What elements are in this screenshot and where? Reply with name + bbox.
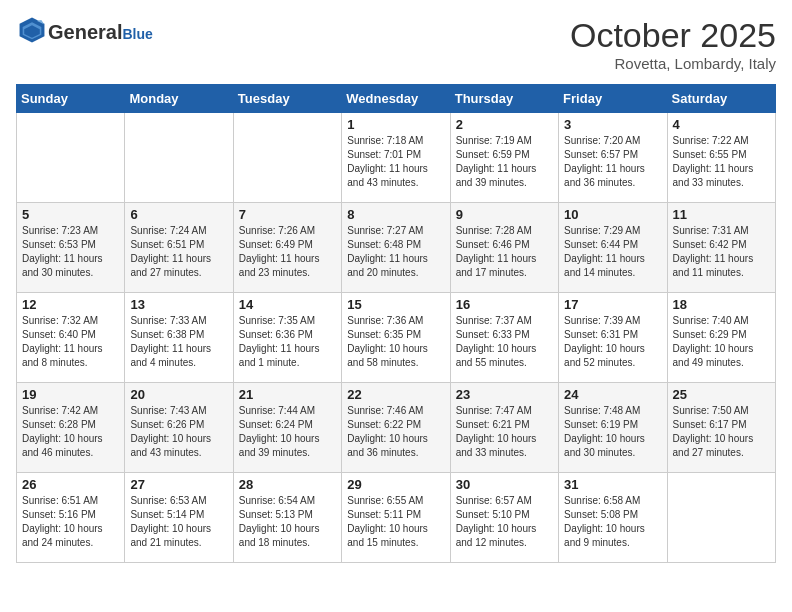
weekday-header-friday: Friday	[559, 85, 667, 113]
week-row-4: 26Sunrise: 6:51 AM Sunset: 5:16 PM Dayli…	[17, 473, 776, 563]
calendar-cell: 10Sunrise: 7:29 AM Sunset: 6:44 PM Dayli…	[559, 203, 667, 293]
calendar-cell: 2Sunrise: 7:19 AM Sunset: 6:59 PM Daylig…	[450, 113, 558, 203]
day-number: 8	[347, 207, 444, 222]
calendar-cell: 17Sunrise: 7:39 AM Sunset: 6:31 PM Dayli…	[559, 293, 667, 383]
day-number: 25	[673, 387, 770, 402]
calendar-cell: 28Sunrise: 6:54 AM Sunset: 5:13 PM Dayli…	[233, 473, 341, 563]
calendar-cell: 23Sunrise: 7:47 AM Sunset: 6:21 PM Dayli…	[450, 383, 558, 473]
calendar-cell: 31Sunrise: 6:58 AM Sunset: 5:08 PM Dayli…	[559, 473, 667, 563]
day-info: Sunrise: 7:39 AM Sunset: 6:31 PM Dayligh…	[564, 314, 661, 370]
day-number: 14	[239, 297, 336, 312]
calendar-cell: 5Sunrise: 7:23 AM Sunset: 6:53 PM Daylig…	[17, 203, 125, 293]
weekday-header-wednesday: Wednesday	[342, 85, 450, 113]
day-info: Sunrise: 7:19 AM Sunset: 6:59 PM Dayligh…	[456, 134, 553, 190]
day-number: 29	[347, 477, 444, 492]
day-info: Sunrise: 7:20 AM Sunset: 6:57 PM Dayligh…	[564, 134, 661, 190]
calendar-cell: 4Sunrise: 7:22 AM Sunset: 6:55 PM Daylig…	[667, 113, 775, 203]
day-info: Sunrise: 7:23 AM Sunset: 6:53 PM Dayligh…	[22, 224, 119, 280]
day-info: Sunrise: 7:43 AM Sunset: 6:26 PM Dayligh…	[130, 404, 227, 460]
calendar-cell: 15Sunrise: 7:36 AM Sunset: 6:35 PM Dayli…	[342, 293, 450, 383]
page-header: GeneralBlue October 2025 Rovetta, Lombar…	[16, 16, 776, 72]
day-number: 6	[130, 207, 227, 222]
day-info: Sunrise: 7:48 AM Sunset: 6:19 PM Dayligh…	[564, 404, 661, 460]
weekday-header-row: SundayMondayTuesdayWednesdayThursdayFrid…	[17, 85, 776, 113]
day-number: 23	[456, 387, 553, 402]
title-block: October 2025 Rovetta, Lombardy, Italy	[570, 16, 776, 72]
day-info: Sunrise: 7:35 AM Sunset: 6:36 PM Dayligh…	[239, 314, 336, 370]
location: Rovetta, Lombardy, Italy	[570, 55, 776, 72]
day-number: 5	[22, 207, 119, 222]
day-number: 30	[456, 477, 553, 492]
weekday-header-thursday: Thursday	[450, 85, 558, 113]
day-info: Sunrise: 7:50 AM Sunset: 6:17 PM Dayligh…	[673, 404, 770, 460]
day-info: Sunrise: 6:57 AM Sunset: 5:10 PM Dayligh…	[456, 494, 553, 550]
day-info: Sunrise: 7:47 AM Sunset: 6:21 PM Dayligh…	[456, 404, 553, 460]
day-info: Sunrise: 7:37 AM Sunset: 6:33 PM Dayligh…	[456, 314, 553, 370]
calendar-cell: 30Sunrise: 6:57 AM Sunset: 5:10 PM Dayli…	[450, 473, 558, 563]
day-number: 21	[239, 387, 336, 402]
day-info: Sunrise: 7:46 AM Sunset: 6:22 PM Dayligh…	[347, 404, 444, 460]
calendar-cell: 19Sunrise: 7:42 AM Sunset: 6:28 PM Dayli…	[17, 383, 125, 473]
calendar-cell: 25Sunrise: 7:50 AM Sunset: 6:17 PM Dayli…	[667, 383, 775, 473]
calendar-cell: 8Sunrise: 7:27 AM Sunset: 6:48 PM Daylig…	[342, 203, 450, 293]
day-number: 4	[673, 117, 770, 132]
day-info: Sunrise: 7:32 AM Sunset: 6:40 PM Dayligh…	[22, 314, 119, 370]
logo-icon	[18, 16, 46, 44]
week-row-1: 5Sunrise: 7:23 AM Sunset: 6:53 PM Daylig…	[17, 203, 776, 293]
day-info: Sunrise: 7:24 AM Sunset: 6:51 PM Dayligh…	[130, 224, 227, 280]
calendar-cell: 16Sunrise: 7:37 AM Sunset: 6:33 PM Dayli…	[450, 293, 558, 383]
calendar-cell: 13Sunrise: 7:33 AM Sunset: 6:38 PM Dayli…	[125, 293, 233, 383]
calendar-cell: 6Sunrise: 7:24 AM Sunset: 6:51 PM Daylig…	[125, 203, 233, 293]
day-info: Sunrise: 7:29 AM Sunset: 6:44 PM Dayligh…	[564, 224, 661, 280]
day-info: Sunrise: 6:58 AM Sunset: 5:08 PM Dayligh…	[564, 494, 661, 550]
calendar-table: SundayMondayTuesdayWednesdayThursdayFrid…	[16, 84, 776, 563]
day-info: Sunrise: 7:18 AM Sunset: 7:01 PM Dayligh…	[347, 134, 444, 190]
day-info: Sunrise: 7:28 AM Sunset: 6:46 PM Dayligh…	[456, 224, 553, 280]
day-info: Sunrise: 7:31 AM Sunset: 6:42 PM Dayligh…	[673, 224, 770, 280]
calendar-cell: 26Sunrise: 6:51 AM Sunset: 5:16 PM Dayli…	[17, 473, 125, 563]
calendar-cell: 27Sunrise: 6:53 AM Sunset: 5:14 PM Dayli…	[125, 473, 233, 563]
day-number: 1	[347, 117, 444, 132]
day-number: 10	[564, 207, 661, 222]
day-number: 11	[673, 207, 770, 222]
calendar-cell: 22Sunrise: 7:46 AM Sunset: 6:22 PM Dayli…	[342, 383, 450, 473]
week-row-0: 1Sunrise: 7:18 AM Sunset: 7:01 PM Daylig…	[17, 113, 776, 203]
week-row-3: 19Sunrise: 7:42 AM Sunset: 6:28 PM Dayli…	[17, 383, 776, 473]
day-number: 3	[564, 117, 661, 132]
logo-blue: Blue	[122, 26, 152, 42]
day-info: Sunrise: 6:54 AM Sunset: 5:13 PM Dayligh…	[239, 494, 336, 550]
weekday-header-monday: Monday	[125, 85, 233, 113]
day-info: Sunrise: 7:40 AM Sunset: 6:29 PM Dayligh…	[673, 314, 770, 370]
calendar-cell: 29Sunrise: 6:55 AM Sunset: 5:11 PM Dayli…	[342, 473, 450, 563]
calendar-cell: 21Sunrise: 7:44 AM Sunset: 6:24 PM Dayli…	[233, 383, 341, 473]
day-number: 17	[564, 297, 661, 312]
day-number: 18	[673, 297, 770, 312]
weekday-header-sunday: Sunday	[17, 85, 125, 113]
day-info: Sunrise: 7:42 AM Sunset: 6:28 PM Dayligh…	[22, 404, 119, 460]
weekday-header-saturday: Saturday	[667, 85, 775, 113]
day-number: 22	[347, 387, 444, 402]
day-info: Sunrise: 7:26 AM Sunset: 6:49 PM Dayligh…	[239, 224, 336, 280]
day-number: 7	[239, 207, 336, 222]
calendar-cell	[125, 113, 233, 203]
day-number: 15	[347, 297, 444, 312]
calendar-cell	[667, 473, 775, 563]
logo: GeneralBlue	[16, 16, 153, 48]
day-info: Sunrise: 6:53 AM Sunset: 5:14 PM Dayligh…	[130, 494, 227, 550]
calendar-cell	[233, 113, 341, 203]
calendar-cell	[17, 113, 125, 203]
day-number: 20	[130, 387, 227, 402]
month-title: October 2025	[570, 16, 776, 55]
calendar-cell: 3Sunrise: 7:20 AM Sunset: 6:57 PM Daylig…	[559, 113, 667, 203]
weekday-header-tuesday: Tuesday	[233, 85, 341, 113]
day-number: 16	[456, 297, 553, 312]
calendar-cell: 11Sunrise: 7:31 AM Sunset: 6:42 PM Dayli…	[667, 203, 775, 293]
calendar-cell: 14Sunrise: 7:35 AM Sunset: 6:36 PM Dayli…	[233, 293, 341, 383]
calendar-cell: 24Sunrise: 7:48 AM Sunset: 6:19 PM Dayli…	[559, 383, 667, 473]
day-number: 24	[564, 387, 661, 402]
day-number: 31	[564, 477, 661, 492]
day-info: Sunrise: 7:36 AM Sunset: 6:35 PM Dayligh…	[347, 314, 444, 370]
day-info: Sunrise: 6:51 AM Sunset: 5:16 PM Dayligh…	[22, 494, 119, 550]
day-number: 9	[456, 207, 553, 222]
day-info: Sunrise: 7:27 AM Sunset: 6:48 PM Dayligh…	[347, 224, 444, 280]
